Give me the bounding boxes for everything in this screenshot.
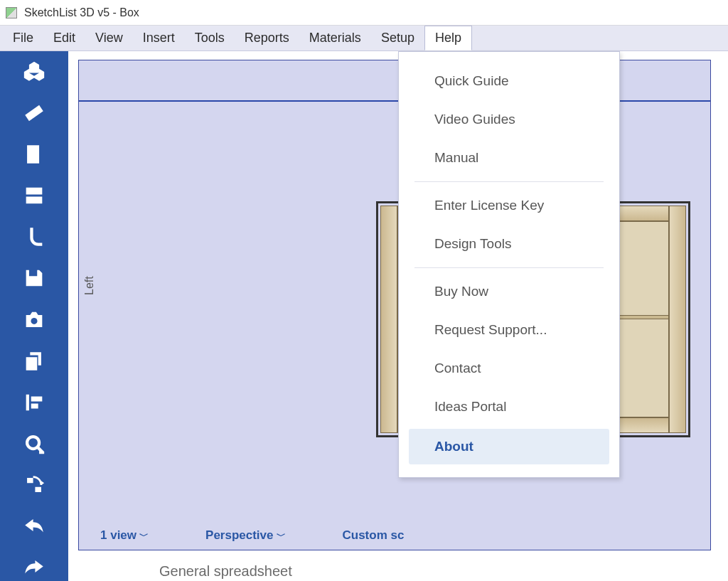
help-video-guides[interactable]: Video Guides bbox=[399, 100, 619, 139]
save-icon[interactable] bbox=[18, 265, 50, 292]
menu-materials[interactable]: Materials bbox=[299, 26, 371, 50]
help-contact[interactable]: Contact bbox=[399, 349, 619, 388]
scale-label: Custom sc bbox=[343, 528, 405, 542]
measure-icon[interactable] bbox=[18, 430, 50, 457]
copy-icon[interactable] bbox=[18, 348, 50, 375]
redo-icon[interactable] bbox=[18, 554, 50, 581]
help-request-support[interactable]: Request Support... bbox=[399, 311, 619, 349]
axis-label-left: Left bbox=[83, 276, 96, 295]
svg-point-0 bbox=[31, 317, 37, 324]
app-icon bbox=[6, 7, 17, 18]
help-buy-now[interactable]: Buy Now bbox=[399, 272, 619, 311]
scale-dropdown[interactable]: Custom sc bbox=[343, 528, 405, 543]
box-right-panel bbox=[669, 206, 686, 433]
help-design-tools[interactable]: Design Tools bbox=[399, 225, 619, 263]
view-count-dropdown[interactable]: 1 view﹀ bbox=[100, 528, 149, 543]
handle-icon[interactable] bbox=[18, 223, 50, 250]
help-quick-guide[interactable]: Quick Guide bbox=[399, 62, 619, 100]
align-left-icon[interactable] bbox=[18, 389, 50, 416]
titlebar: SketchList 3D v5 - Box bbox=[0, 0, 728, 26]
menu-insert[interactable]: Insert bbox=[133, 26, 185, 50]
menu-tools[interactable]: Tools bbox=[185, 26, 235, 50]
rotate-icon[interactable] bbox=[18, 471, 50, 499]
chevron-down-icon: ﹀ bbox=[139, 531, 149, 541]
menubar: File Edit View Insert Tools Reports Mate… bbox=[0, 26, 728, 51]
help-dropdown: Quick Guide Video Guides Manual Enter Li… bbox=[398, 51, 620, 478]
help-ideas-portal[interactable]: Ideas Portal bbox=[399, 388, 619, 426]
undo-icon[interactable] bbox=[18, 513, 50, 540]
board-icon[interactable] bbox=[18, 100, 50, 127]
camera-icon[interactable] bbox=[18, 306, 50, 333]
help-about[interactable]: About bbox=[409, 429, 609, 464]
view-count-label: 1 view bbox=[100, 528, 136, 542]
menu-separator bbox=[414, 181, 604, 182]
door-icon[interactable] bbox=[18, 141, 50, 168]
menu-setup[interactable]: Setup bbox=[371, 26, 424, 50]
viewport-status: 1 view﹀ Perspective﹀ Custom sc bbox=[100, 528, 404, 543]
help-manual[interactable]: Manual bbox=[399, 139, 619, 177]
box-left-panel bbox=[380, 206, 397, 433]
window-title: SketchList 3D v5 - Box bbox=[24, 6, 139, 19]
menu-help[interactable]: Help bbox=[424, 26, 472, 50]
assemblies-icon[interactable] bbox=[18, 58, 50, 85]
projection-label: Perspective bbox=[205, 528, 273, 542]
menu-reports[interactable]: Reports bbox=[235, 26, 299, 50]
spreadsheet-panel-title: General spreadsheet bbox=[159, 563, 292, 580]
menu-edit[interactable]: Edit bbox=[43, 26, 85, 50]
menu-file[interactable]: File bbox=[3, 26, 43, 50]
chevron-down-icon: ﹀ bbox=[277, 531, 286, 541]
menu-view[interactable]: View bbox=[85, 26, 133, 50]
help-enter-license[interactable]: Enter License Key bbox=[399, 186, 619, 225]
tool-sidebar bbox=[0, 51, 68, 581]
menu-separator bbox=[414, 267, 604, 268]
projection-dropdown[interactable]: Perspective﹀ bbox=[205, 528, 285, 543]
drawer-icon[interactable] bbox=[18, 182, 50, 209]
